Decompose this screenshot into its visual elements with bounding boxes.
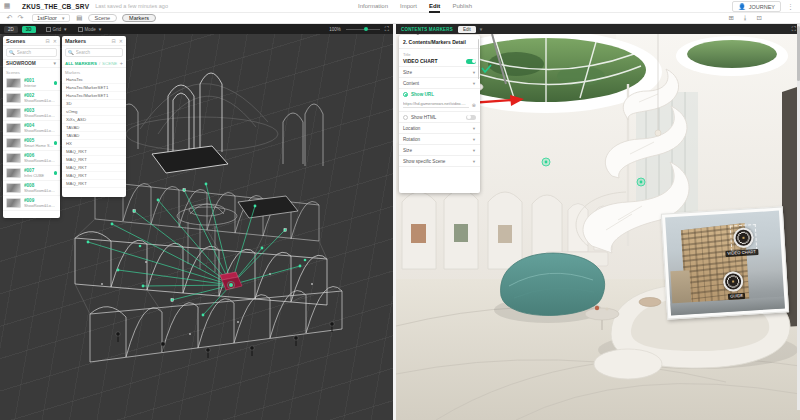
filter-all-markers[interactable]: ALL MARKERS [65, 61, 97, 66]
markers-mode-button[interactable]: Markers [122, 14, 156, 22]
scene-list-item[interactable]: #009 ShowRoom&Lobby(B1F) [3, 196, 60, 211]
radio-show-url[interactable] [403, 92, 408, 97]
url-input[interactable]: https://hd.gameronsws.net/video.mp4 [403, 101, 469, 108]
marker-label-top: VIDEO CHART [725, 249, 758, 257]
marker-list-item[interactable]: MAQ_RKT [62, 180, 126, 188]
marker-pins[interactable] [116, 322, 334, 358]
render-canvas[interactable]: VIDEO CHART GUIDE 2. Contents/Markers De… [396, 34, 800, 420]
marker-name: MAQ_RKT [66, 173, 87, 178]
tab-publish[interactable]: Publish [452, 0, 472, 13]
scene-list-item[interactable]: #006 ShowRoom&Lobby(B1F) [3, 151, 60, 166]
layers-icon[interactable]: ▤ [76, 14, 82, 22]
scene-mode-button[interactable]: Scene [88, 14, 118, 22]
tab-edit[interactable]: Edit [429, 0, 440, 13]
render-viewport: CONTENTS MARKERS Edit ▼ ⛶ [396, 24, 800, 420]
marker-list-item[interactable]: HanaTec/MarkerSET1 [62, 84, 126, 92]
marker-list-item[interactable]: MAQ_RKT [62, 148, 126, 156]
marker-list-item[interactable]: MAQ_RKT [62, 172, 126, 180]
marker-list-item[interactable]: XiXs_ASD [62, 116, 126, 124]
zoom-slider[interactable] [346, 29, 380, 30]
show-url-option[interactable]: Show URL [399, 89, 480, 99]
marker-list-item[interactable]: HanaTec/MarkerSET1 [62, 92, 126, 100]
video-display-board[interactable]: VIDEO CHART GUIDE [661, 206, 789, 319]
scene-list-item[interactable]: #005 Smart Home System [3, 136, 60, 151]
close-icon[interactable]: ✕ [119, 38, 123, 44]
collapsed-section-row[interactable]: Rotation ▼ [399, 134, 480, 145]
chevron-down-icon: ▼ [472, 70, 476, 75]
contents-markers-breadcrumb: CONTENTS MARKERS [401, 27, 453, 32]
scene-thumbnail [6, 123, 21, 133]
collapsed-section-row[interactable]: Location ▼ [399, 123, 480, 134]
clear-url-icon[interactable]: ⊗ [472, 102, 476, 108]
markers-search[interactable]: 🔍 [65, 48, 123, 57]
scene-list-item[interactable]: #008 ShowRoom&Lobby(B1F) [3, 181, 60, 196]
collapsed-section-row[interactable]: Size ▼ [399, 145, 480, 156]
mode-dropdown[interactable]: Mode▼ [78, 27, 103, 32]
content-row[interactable]: Content▼ [399, 78, 480, 89]
grid-view-icon[interactable]: ⊞ [729, 14, 734, 22]
marker-list-item[interactable]: TAVAD [62, 124, 126, 132]
hamburger-menu-icon[interactable]: ▦ [0, 2, 14, 10]
marker-list-item[interactable]: TAVAD [62, 132, 126, 140]
floor-select[interactable]: 1stFloor ▼ [32, 14, 70, 22]
filter-scene[interactable]: SCENE [102, 61, 117, 66]
space-select[interactable]: SHOWROOM ▼ [3, 59, 60, 68]
marker-name: MAQ_RKT [66, 181, 87, 186]
redo-icon[interactable]: ↷ [15, 14, 26, 22]
scenes-search-input[interactable] [17, 50, 54, 55]
marker-name: sOmg [66, 109, 77, 114]
marker-list-item[interactable]: MAQ_RKT [62, 156, 126, 164]
html-toggle[interactable] [466, 115, 476, 120]
render-viewport-toolbar: CONTENTS MARKERS Edit ▼ ⛶ [396, 24, 800, 34]
radio-show-html[interactable] [403, 115, 408, 120]
scene-name: ShowRoom&Lobby(B1F) [24, 128, 57, 133]
fullscreen-icon[interactable]: ⛶ [385, 26, 389, 33]
scene-list-item[interactable]: #003 ShowRoom&Lobby(B1F) [3, 106, 60, 121]
collapse-icon[interactable]: ⊟ [46, 38, 50, 44]
tab-information[interactable]: Information [358, 0, 388, 13]
mode-2d-button[interactable]: 2D [4, 26, 18, 33]
collapsed-section-row[interactable]: Show specific Scene ▼ [399, 156, 480, 167]
show-html-option[interactable]: Show HTML [399, 112, 480, 123]
marker-list-item[interactable]: 3D [62, 100, 126, 108]
scene-list-item[interactable]: #004 ShowRoom&Lobby(B1F) [3, 121, 60, 136]
scene-thumbnail [6, 168, 21, 178]
marker-name: MAQ_RKT [66, 157, 87, 162]
scene-list-item[interactable]: #007 Infini CUBE [3, 166, 60, 181]
undo-icon[interactable]: ↶ [4, 14, 15, 22]
zoom-slider-knob[interactable] [364, 27, 368, 31]
marker-name: 3D [66, 101, 72, 106]
size-row[interactable]: Size▼ [399, 67, 480, 78]
scene-thumbnail [6, 108, 21, 118]
grid-toggle[interactable]: Grid▼ [46, 27, 68, 32]
marker-list-item[interactable]: sOmg [62, 108, 126, 116]
download-icon[interactable]: ⭳ [742, 14, 749, 22]
marker-list-item[interactable]: HanaTec [62, 76, 126, 84]
scene-list-item[interactable]: #002 ShowRoom&Lobby(B1F) [3, 91, 60, 106]
frame-icon[interactable]: ⊡ [757, 14, 762, 22]
title-field-value[interactable]: VIDEO CHART [403, 58, 466, 64]
scene-list-item[interactable]: #001 Interior [3, 76, 60, 91]
more-options-icon[interactable]: ⋮ [787, 3, 794, 11]
marker-list-item[interactable]: MAQ_RKT [62, 164, 126, 172]
scene-name: Infini CUBE [24, 173, 54, 178]
markers-search-input[interactable] [76, 50, 120, 55]
edit-tab-button[interactable]: Edit [458, 26, 476, 33]
close-icon[interactable]: ✕ [53, 38, 57, 44]
scene-name: Interior [24, 83, 54, 88]
scenes-search[interactable]: 🔍 [6, 48, 57, 57]
chevron-down-icon[interactable]: ▼ [479, 27, 483, 32]
mode-3d-button[interactable]: 3D [22, 26, 36, 33]
collapse-icon[interactable]: ⊟ [112, 38, 116, 44]
chevron-down-icon: ▼ [472, 81, 476, 86]
user-chip[interactable]: 👤 JOURNEY [732, 1, 781, 12]
project-title: ZKUS_THE_CB_SRV [22, 3, 89, 10]
add-marker-icon[interactable]: + [120, 60, 123, 66]
marker-list-item[interactable]: HX [62, 140, 126, 148]
tab-import[interactable]: Import [400, 0, 417, 13]
fullscreen-icon[interactable]: ⛶ [792, 26, 796, 33]
active-scene-dot [54, 171, 58, 175]
panel-scrollbar[interactable] [478, 39, 480, 79]
markers-list: HanaTec HanaTec/MarkerSET1 HanaTec/Marke… [62, 76, 126, 188]
visibility-toggle[interactable] [466, 59, 476, 64]
